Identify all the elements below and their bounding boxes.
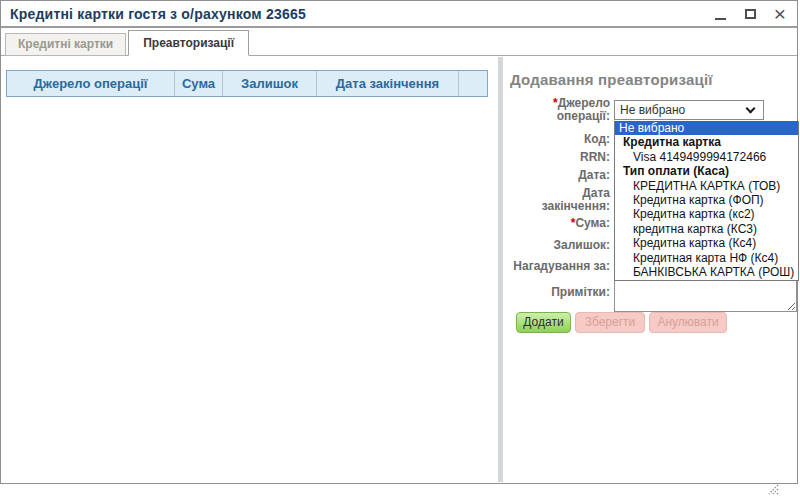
minimize-icon[interactable] bbox=[713, 6, 727, 22]
balance-field-label: Залишок: bbox=[503, 239, 610, 252]
tab-bar: Кредитні картки Преавторизації bbox=[1, 28, 797, 56]
source-field-label: *Джерело операції: bbox=[503, 97, 610, 123]
chevron-down-icon bbox=[746, 104, 756, 114]
column-header-end-date: Дата закінчення bbox=[317, 71, 459, 96]
column-header-balance: Залишок bbox=[223, 71, 317, 96]
dropdown-option-ks4[interactable]: Кредитна картка (Кс4) bbox=[615, 236, 798, 250]
add-button[interactable]: Додати bbox=[516, 312, 571, 333]
dropdown-option-visa[interactable]: Visa 4149499994172466 bbox=[615, 150, 798, 164]
date-field-label: Дата: bbox=[503, 169, 610, 182]
save-button: Зберегти bbox=[575, 312, 645, 333]
title-bar: Кредитні картки гостя з о/рахунком 23665… bbox=[1, 1, 797, 28]
source-select[interactable]: Не вибрано bbox=[614, 100, 764, 120]
notes-field-label: Примітки: bbox=[503, 286, 610, 299]
dropdown-option-rosh[interactable]: БАНКІВСЬКА КАРТКА (РОШ) bbox=[615, 265, 798, 279]
panel-title: Додавання преавторизації bbox=[510, 71, 713, 88]
rrn-field-label: RRN: bbox=[503, 151, 610, 164]
dropdown-option-not-selected[interactable]: Не вибрано bbox=[615, 121, 798, 135]
reminder-field-label: Нагадування за: bbox=[503, 260, 610, 273]
column-header-source: Джерело операції bbox=[7, 71, 175, 96]
notes-textarea[interactable] bbox=[614, 280, 797, 312]
preauthorizations-table-panel: Джерело операції Сума Залишок Дата закін… bbox=[2, 57, 498, 482]
close-icon[interactable]: × bbox=[773, 6, 787, 22]
window-title: Кредитні картки гостя з о/рахунком 23665 bbox=[1, 6, 306, 22]
maximize-icon[interactable] bbox=[743, 6, 757, 22]
dropdown-option-ks2[interactable]: Кредитна картка (кс2) bbox=[615, 207, 798, 221]
end-date-field-label: Дата закінчення: bbox=[503, 187, 610, 213]
cancel-button: Анулювати bbox=[649, 312, 727, 333]
dropdown-option-fop[interactable]: Кредитна картка (ФОП) bbox=[615, 193, 798, 207]
window: Кредитні картки гостя з о/рахунком 23665… bbox=[0, 0, 798, 484]
source-select-value: Не вибрано bbox=[620, 103, 685, 117]
table-header-row: Джерело операції Сума Залишок Дата закін… bbox=[6, 70, 488, 97]
dropdown-option-tov[interactable]: КРЕДИТНА КАРТКА (ТОВ) bbox=[615, 179, 798, 193]
add-preauthorization-panel: Додавання преавторизації *Джерело операц… bbox=[503, 57, 796, 482]
content-area: Джерело операції Сума Залишок Дата закін… bbox=[2, 57, 796, 482]
amount-field-label: *Сума: bbox=[503, 217, 610, 230]
column-header-amount: Сума bbox=[175, 71, 223, 96]
dropdown-group-credit-card: Кредитна картка bbox=[615, 135, 798, 149]
dropdown-option-nf-ks4[interactable]: Кредитная карта НФ (Кс4) bbox=[615, 251, 798, 265]
form-buttons: Додати Зберегти Анулювати bbox=[503, 312, 796, 334]
code-field-label: Код: bbox=[503, 133, 610, 146]
window-resize-grip[interactable] bbox=[766, 484, 780, 495]
column-header-spacer bbox=[459, 71, 487, 96]
window-controls: × bbox=[713, 1, 787, 26]
tab-preauthorizations[interactable]: Преавторизації bbox=[128, 30, 249, 56]
tab-credit-cards[interactable]: Кредитні картки bbox=[5, 33, 126, 56]
dropdown-group-payment-type: Тип оплати (Каса) bbox=[615, 164, 798, 178]
dropdown-option-ks3[interactable]: кредитна картка (КС3) bbox=[615, 222, 798, 236]
source-dropdown-list: Не вибрано Кредитна картка Visa 41494999… bbox=[614, 121, 799, 281]
